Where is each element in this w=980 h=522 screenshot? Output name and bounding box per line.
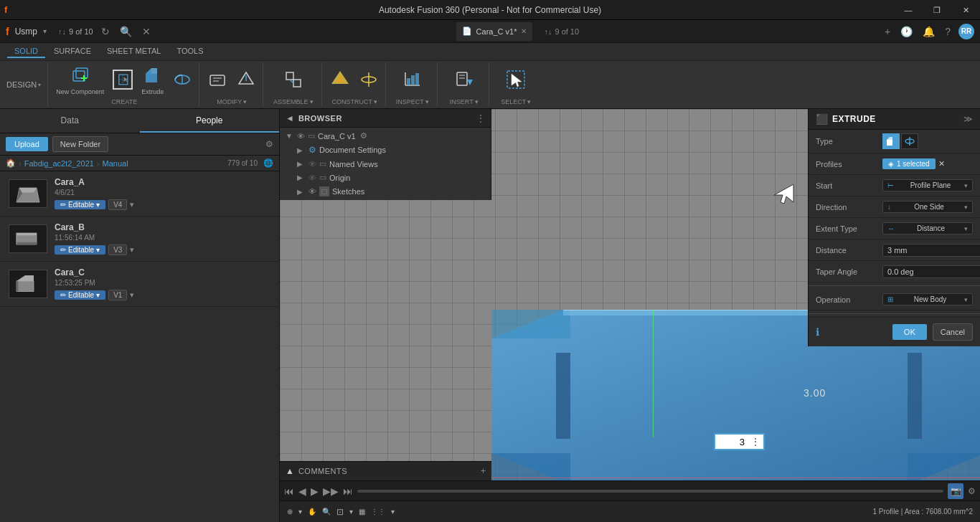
insert-button[interactable] <box>451 68 478 93</box>
cara-c-version-arrow[interactable]: ▾ <box>130 290 134 300</box>
ribbon-tab-sheetmetal[interactable]: SHEET METAL <box>100 45 168 58</box>
minimize-button[interactable]: — <box>894 0 923 20</box>
playback-timeline[interactable] <box>357 490 943 493</box>
construct-button-1[interactable] <box>326 68 354 93</box>
ribbon-tab-tools[interactable]: TOOLS <box>169 45 210 58</box>
modify-button-1[interactable] <box>204 68 231 93</box>
type-btn-extrude[interactable] <box>882 133 900 149</box>
browser-more-icon[interactable]: ⋮ <box>476 113 485 123</box>
type-btn-revolve[interactable] <box>901 133 918 149</box>
zoom-fit-icon[interactable]: ⊡ <box>336 507 344 517</box>
orbit-dropdown[interactable]: ▾ <box>298 508 302 516</box>
file-item-cara-b[interactable]: Cara_B 11:56:14 AM ✏ Editable ▾ V3 ▾ <box>0 217 279 262</box>
create-sketch-button[interactable] <box>109 68 136 93</box>
breadcrumb-fabdig[interactable]: Fabdig_ac2t2_2021 <box>24 159 94 168</box>
browser-toggle[interactable]: ◄ <box>286 113 294 123</box>
tree-expand-root[interactable]: ▼ <box>286 132 294 140</box>
tab-data[interactable]: Data <box>0 109 140 133</box>
cara-b-editable[interactable]: ✏ Editable ▾ <box>55 245 105 255</box>
playback-start-icon[interactable]: ⏮ <box>284 485 294 497</box>
distance-input[interactable] <box>882 244 980 257</box>
operation-arrow[interactable]: ▾ <box>964 296 968 303</box>
construct-button-2[interactable] <box>355 68 382 93</box>
profiles-clear-icon[interactable]: ✕ <box>938 159 945 169</box>
pan-icon[interactable]: ✋ <box>308 508 316 516</box>
tree-expand-views[interactable]: ▶ <box>297 160 306 168</box>
start-dropdown-arrow[interactable]: ▾ <box>964 182 968 189</box>
new-tab-icon[interactable]: + <box>885 26 890 37</box>
tree-expand-origin[interactable]: ▶ <box>297 174 306 181</box>
construct-group-label[interactable]: CONSTRUCT▾ <box>332 97 378 105</box>
breadcrumb-manual[interactable]: Manual <box>103 159 128 168</box>
comments-collapse-icon[interactable]: ▲ <box>286 466 294 476</box>
info-icon[interactable]: ℹ <box>816 326 819 338</box>
orbit-icon[interactable]: ⊕ <box>287 508 293 516</box>
comments-add-icon[interactable]: + <box>481 466 486 476</box>
tree-sketches[interactable]: ▶ 👁 □ Sketches <box>280 184 491 199</box>
inspect-group-label[interactable]: INSPECT▾ <box>396 97 429 105</box>
assemble-group-label[interactable]: ASSEMBLE▾ <box>273 97 314 105</box>
playback-play-icon[interactable]: ▶ <box>311 485 319 497</box>
profiles-selected-btn[interactable]: ◈ 1 selected <box>882 158 936 169</box>
maximize-button[interactable]: ❐ <box>923 0 951 20</box>
tree-settings-root[interactable]: ⚙ <box>360 131 367 141</box>
refresh-icon[interactable]: ↻ <box>101 26 110 37</box>
tree-vis-root[interactable]: 👁 <box>297 132 305 141</box>
close-button[interactable]: ✕ <box>951 0 980 20</box>
direction-select[interactable]: ↓ One Side ▾ <box>882 201 973 213</box>
extrude-expand-icon[interactable]: ≫ <box>963 114 973 124</box>
inline-distance-input[interactable]: ⋮ <box>714 433 765 450</box>
usmp-dropdown-arrow[interactable]: ▾ <box>43 27 47 35</box>
tab-people[interactable]: People <box>140 109 280 133</box>
tree-origin[interactable]: ▶ 👁 ▭ Origin <box>280 171 491 184</box>
tree-root[interactable]: ▼ 👁 ▭ Cara_C v1 ⚙ <box>280 129 491 143</box>
ribbon-tab-surface[interactable]: SURFACE <box>47 45 98 58</box>
cancel-button[interactable]: Cancel <box>933 323 973 341</box>
assemble-button[interactable] <box>280 68 307 93</box>
tree-vis-views[interactable]: 👁 <box>308 160 316 169</box>
cara-a-editable[interactable]: ✏ Editable ▾ <box>55 200 105 209</box>
history-icon[interactable]: 🕐 <box>900 26 913 37</box>
new-component-button[interactable]: New Component <box>52 64 108 97</box>
upload-button[interactable]: Upload <box>6 137 48 151</box>
playback-end-icon[interactable]: ⏭ <box>343 485 353 497</box>
operation-select[interactable]: ⊞ New Body ▾ <box>882 293 973 305</box>
tree-expand-settings[interactable]: ▶ <box>297 146 306 154</box>
modify-group-label[interactable]: MODIFY▾ <box>217 97 247 105</box>
usmp-username[interactable]: Usmp <box>15 27 37 37</box>
distance-input-field[interactable] <box>715 435 748 449</box>
inline-menu-icon[interactable]: ⋮ <box>748 435 763 449</box>
doc-tab-close[interactable]: ✕ <box>521 27 527 35</box>
tree-vis-sketches[interactable]: 👁 <box>308 187 316 196</box>
select-button[interactable] <box>502 68 529 93</box>
design-button[interactable]: DESIGN ▾ <box>3 79 44 90</box>
tree-vis-origin[interactable]: 👁 <box>308 174 316 182</box>
grid-dropdown[interactable]: ▾ <box>391 508 395 516</box>
playback-prev-icon[interactable]: ◀ <box>298 485 306 497</box>
doc-tab-name[interactable]: Cara_C v1* <box>476 27 517 36</box>
zoom-fit-dropdown[interactable]: ▾ <box>349 508 353 516</box>
start-select[interactable]: ⊢ Profile Plane ▾ <box>882 179 973 191</box>
cara-c-editable[interactable]: ✏ Editable ▾ <box>55 290 105 300</box>
search-icon[interactable]: 🔍 <box>120 26 132 37</box>
file-item-cara-c[interactable]: Cara_C 12:53:25 PM ✏ Editable ▾ V1 ▾ <box>0 262 279 307</box>
display-settings-icon[interactable]: ▦ <box>359 508 365 516</box>
direction-dropdown-arrow[interactable]: ▾ <box>964 204 968 211</box>
playback-settings-icon[interactable]: ⚙ <box>968 486 976 496</box>
tree-expand-sketches[interactable]: ▶ <box>297 188 306 196</box>
insert-group-label[interactable]: INSERT▾ <box>450 97 479 105</box>
taper-input[interactable] <box>882 265 980 278</box>
notification-icon[interactable]: 🔔 <box>923 26 935 37</box>
file-item-cara-a[interactable]: Cara_A 4/6/21 ✏ Editable ▾ V4 ▾ <box>0 171 279 217</box>
grid-icon[interactable]: ⋮⋮ <box>371 508 385 516</box>
playback-next-icon[interactable]: ▶▶ <box>323 485 339 497</box>
inspect-button[interactable] <box>399 68 426 93</box>
zoom-icon[interactable]: 🔍 <box>322 508 331 516</box>
extrude-ribbon-button[interactable]: Extrude <box>138 64 167 97</box>
extent-type-arrow[interactable]: ▾ <box>964 225 968 232</box>
modify-button-2[interactable] <box>232 68 260 93</box>
extent-type-select[interactable]: ↔ Distance ▾ <box>882 222 973 234</box>
revolve-button[interactable] <box>169 68 196 93</box>
tree-doc-settings[interactable]: ▶ ⚙ Document Settings <box>280 143 491 157</box>
breadcrumb-home-icon[interactable]: 🏠 <box>6 158 16 168</box>
